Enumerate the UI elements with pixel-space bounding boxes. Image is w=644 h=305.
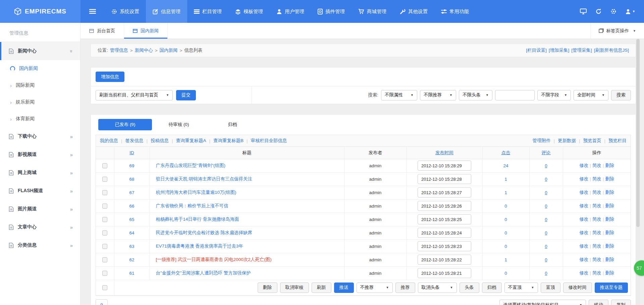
hamburger-icon[interactable]	[80, 0, 105, 23]
row-id-link[interactable]: 62	[129, 257, 134, 262]
edit-link[interactable]: 修改	[579, 190, 588, 195]
delete-link[interactable]: 删除	[605, 230, 614, 235]
cancel-audit-button[interactable]: 取消审核	[280, 282, 309, 293]
sidebar-item-flash-channel[interactable]: FLASH频道 »	[0, 182, 80, 200]
add-collect-link[interactable]: [增加采集]	[549, 47, 570, 53]
sidebar-subitem-sports-news[interactable]: › 体育新闻	[0, 111, 80, 127]
breadcrumb-link[interactable]: 国内新闻	[160, 47, 178, 53]
cancel-headline-select[interactable]: 取消头条	[418, 282, 457, 293]
row-title-link[interactable]: 驻日大使崔天凯:胡锦涛主席访日有三点值得关注	[156, 176, 252, 181]
tab-operations-menu[interactable]: 标签页操作 ▼	[590, 23, 644, 39]
manage-attachments-link[interactable]: 管理附件	[532, 138, 550, 144]
delete-link[interactable]: 删除	[605, 257, 614, 262]
row-title-link[interactable]: EV71病毒袭粤港澳 香港发病率高于过去3年	[156, 244, 243, 249]
sidebar-item-classified-info[interactable]: 分类信息 »	[0, 236, 80, 254]
tab-domestic-news[interactable]: 国内新闻	[124, 23, 168, 39]
breadcrumb-link[interactable]: 新闻中心	[135, 47, 153, 53]
quick-edit-link[interactable]: 简改	[592, 257, 601, 262]
tab-published[interactable]: 已发布 (9)	[98, 119, 152, 130]
search-input[interactable]	[495, 90, 535, 100]
pubtime-input[interactable]	[418, 201, 471, 211]
scrollbar-thumb[interactable]	[636, 39, 640, 227]
quick-edit-link[interactable]: 简改	[592, 163, 601, 168]
delete-link[interactable]: 删除	[605, 217, 614, 222]
pubtime-input[interactable]	[418, 161, 471, 171]
contribute-info-link[interactable]: 投稿信息	[151, 138, 169, 144]
sidebar-subitem-international-news[interactable]: › 国际新闻	[0, 77, 80, 94]
column-settings-link[interactable]: [栏目设置]	[526, 47, 547, 53]
row-checkbox[interactable]	[102, 244, 107, 249]
nav-info-management[interactable]: 信息管理	[146, 0, 187, 23]
headline-filter-select[interactable]: 不限头条	[459, 90, 492, 100]
delete-link[interactable]: 删除	[605, 203, 614, 208]
edit-link[interactable]: 修改	[579, 244, 588, 249]
account-icon[interactable]: ▼	[625, 9, 635, 14]
row-title-link[interactable]: 民进党今开临时党代会检讨败选 陈水扁选择缺席	[156, 230, 252, 235]
sidebar-item-download-center[interactable]: 下载中心 »	[0, 127, 80, 145]
delete-link[interactable]: 删除	[605, 163, 614, 168]
row-checkbox[interactable]	[102, 177, 107, 182]
row-id-link[interactable]: 65	[129, 217, 134, 222]
sidebar-item-video-channel[interactable]: 影视频道 »	[0, 145, 80, 164]
row-comments-link[interactable]: 0	[545, 244, 547, 249]
nav-other-settings[interactable]: 其他设置	[393, 0, 434, 23]
row-comments-link[interactable]: 0	[545, 204, 547, 209]
time-filter-select[interactable]: 全部时间	[574, 90, 608, 100]
gear-icon[interactable]	[610, 8, 616, 14]
row-clicks[interactable]: 1	[504, 177, 507, 182]
edit-link[interactable]: 修改	[579, 217, 588, 222]
id-sort-link[interactable]: ID	[129, 150, 134, 155]
row-clicks[interactable]: 0	[504, 244, 507, 249]
sidebar-item-online-mall[interactable]: 网上商城 »	[0, 164, 80, 182]
pubtime-input[interactable]	[418, 255, 471, 265]
row-id-link[interactable]: 64	[129, 230, 134, 235]
row-id-link[interactable]: 69	[129, 163, 134, 168]
nav-user-management[interactable]: 用户管理	[270, 0, 311, 23]
sidebar-item-news-center[interactable]: 新闻中心 »	[0, 42, 80, 60]
select-all-checkbox[interactable]	[102, 285, 107, 290]
pubtime-input[interactable]	[418, 174, 471, 184]
row-checkbox[interactable]	[102, 230, 107, 235]
submit-button[interactable]: 提交	[176, 90, 196, 100]
refresh-scope-select[interactable]: 刷新当前栏目、父栏目与首页	[96, 90, 173, 100]
nav-common-functions[interactable]: 常用功能	[434, 0, 476, 23]
monitor-icon[interactable]	[580, 8, 587, 14]
tab-backend-home[interactable]: 后台首页	[80, 23, 124, 39]
row-checkbox[interactable]	[102, 163, 107, 168]
target-column-select[interactable]: 选择要移动/复制的目标栏目	[499, 300, 586, 305]
quick-edit-link[interactable]: 简改	[592, 217, 601, 222]
row-clicks[interactable]: 0	[504, 271, 507, 276]
attr-filter-select[interactable]: 不限属性	[381, 90, 417, 100]
sidebar-item-article-center[interactable]: 文章中心 »	[0, 218, 80, 236]
refresh-icon[interactable]	[595, 8, 602, 14]
edit-link[interactable]: 修改	[579, 230, 588, 235]
pubtime-input[interactable]	[418, 268, 471, 278]
quick-edit-link[interactable]: 简改	[592, 244, 601, 249]
tab-pending[interactable]: 待审核 (0)	[152, 119, 206, 130]
row-title-link[interactable]: 广东省物价局：粮价节后上涨不可信	[156, 203, 228, 208]
row-id-link[interactable]: 63	[129, 244, 134, 249]
tab-archived[interactable]: 归档	[206, 119, 259, 130]
row-title-link[interactable]: 台"金援外交"丑闻涉案人遭到恐吓 警方加强保护	[156, 270, 251, 275]
pubtime-input[interactable]	[418, 241, 471, 251]
row-title-link[interactable]: 广东丹霞山发现巨型"青铜剑"(组图)	[156, 163, 226, 168]
row-checkbox[interactable]	[102, 217, 107, 222]
push-button[interactable]: 推送	[334, 282, 354, 293]
row-checkbox[interactable]	[102, 271, 107, 276]
edit-link[interactable]: 修改	[579, 176, 588, 181]
logo[interactable]: EMPIRECMS	[0, 0, 80, 23]
row-checkbox[interactable]	[102, 204, 107, 209]
row-comments-link[interactable]: 0	[545, 230, 547, 235]
row-comments-link[interactable]: 0	[545, 190, 547, 195]
row-id-link[interactable]: 68	[129, 177, 134, 182]
edit-link[interactable]: 修改	[579, 203, 588, 208]
refresh-all-js-link[interactable]: [刷新所有信息JS]	[594, 47, 629, 53]
pubtime-input[interactable]	[418, 187, 471, 198]
quick-edit-link[interactable]: 简改	[592, 176, 601, 181]
row-clicks[interactable]: 24	[503, 163, 508, 168]
copy-button[interactable]: 复制	[611, 300, 631, 305]
dup-title-b-link[interactable]: 查询重复标题B	[213, 138, 244, 144]
row-comments-link[interactable]: 0	[545, 257, 547, 262]
move-button[interactable]: 移动	[589, 300, 608, 305]
nav-plugin-management[interactable]: 插件管理	[311, 0, 352, 23]
